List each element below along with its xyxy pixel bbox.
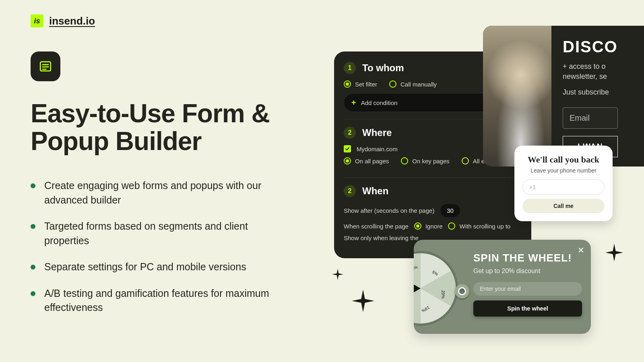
radio-set-filter[interactable]: Set filter <box>344 80 377 88</box>
radio-label: On key pages <box>412 158 450 165</box>
radio-scroll-with[interactable]: With scrolling up to <box>448 222 510 230</box>
add-condition-label: Add condition <box>361 99 398 106</box>
builder-section-when: 2 When Show after (seconds on the page) … <box>344 185 522 241</box>
form-icon-tile <box>31 51 60 81</box>
bullet-text: Targeted forms based on segments and cli… <box>44 219 288 248</box>
bullet-dot-icon <box>31 265 35 269</box>
wheel-knob-icon <box>455 284 469 298</box>
bullet-dot-icon <box>31 291 35 296</box>
callback-submit-button[interactable]: Call me <box>522 199 605 213</box>
feature-bullets: Create engaging web forms and popups wit… <box>31 179 288 315</box>
radio-on-icon <box>344 80 351 88</box>
sparkle-icon <box>332 269 343 280</box>
spin-submit-button[interactable]: Spin the wheel <box>473 300 582 317</box>
radio-label: Call manually <box>400 81 437 88</box>
leave-label: Show only when leaving the <box>344 234 419 241</box>
callback-title: We'll call you back <box>522 154 605 165</box>
domain-checkbox[interactable] <box>344 145 351 152</box>
show-after-input[interactable]: 30 <box>440 204 460 218</box>
scroll-label: When scrolling the page <box>344 223 409 230</box>
plus-icon: + <box>351 99 356 107</box>
bullet-item: Create engaging web forms and popups wit… <box>31 179 288 207</box>
bullet-item: A/B testing and gamification features fo… <box>31 286 288 315</box>
radio-label: Set filter <box>355 81 377 88</box>
radio-on-icon <box>344 157 351 165</box>
section-number: 2 <box>344 185 356 197</box>
bullet-text: A/B testing and gamification features fo… <box>44 286 288 315</box>
section-number: 1 <box>344 62 356 74</box>
discount-sub: + access to o newsletter, se <box>563 62 618 82</box>
callback-phone-input[interactable]: +1 <box>522 179 605 195</box>
callback-popup-preview: We'll call you back Leave your phone num… <box>514 146 613 221</box>
spin-wheel-popup-preview: ✕ 5% 20% 10% 5% Nope 2% SPIN THE WHEEL! … <box>414 240 591 334</box>
radio-all-pages[interactable]: On all pages <box>344 157 389 165</box>
wheel-segment-label: 20% <box>441 290 445 299</box>
section-number: 2 <box>344 127 356 139</box>
sparkle-icon <box>352 290 374 312</box>
radio-label: With scrolling up to <box>459 223 510 230</box>
radio-label: Ignore <box>425 223 443 230</box>
sparkle-icon <box>605 244 623 261</box>
domain-label: Mydomain.com <box>357 146 398 152</box>
bullet-text: Separate settings for PC and mobile vers… <box>44 260 246 274</box>
radio-off-icon <box>462 157 469 165</box>
page-headline: Easy-to-Use Form & Popup Builder <box>31 100 288 155</box>
brand-logo: is <box>31 14 43 27</box>
discount-title: DISCO <box>563 38 618 56</box>
radio-label: On all pages <box>355 158 389 165</box>
callback-subtitle: Leave your phone number <box>522 167 605 174</box>
check-icon <box>345 146 350 151</box>
section-title: To whom <box>362 62 404 74</box>
bullet-item: Separate settings for PC and mobile vers… <box>31 260 288 274</box>
spin-title: SPIN THE WHEEL! <box>473 252 582 264</box>
radio-off-icon <box>448 222 455 230</box>
radio-on-icon <box>414 222 421 230</box>
radio-scroll-ignore[interactable]: Ignore <box>414 222 443 230</box>
form-icon <box>39 60 52 73</box>
brand-name[interactable]: insend.io <box>49 15 95 27</box>
bullet-dot-icon <box>31 224 35 229</box>
section-title: Where <box>362 127 392 138</box>
radio-call-manually[interactable]: Call manually <box>389 80 437 88</box>
spin-subtitle: Get up to 20% discount <box>473 267 582 275</box>
bullet-item: Targeted forms based on segments and cli… <box>31 219 288 248</box>
bullet-text: Create engaging web forms and popups wit… <box>44 179 288 207</box>
discount-cta-text: Just subscribe <box>563 87 618 97</box>
spin-wheel-icon: 5% 20% 10% 5% Nope 2% <box>414 250 459 327</box>
brand[interactable]: is insend.io <box>31 14 95 27</box>
discount-email-input[interactable]: Email <box>563 107 618 129</box>
show-after-label: Show after (seconds on the page) <box>344 207 434 214</box>
radio-key-pages[interactable]: On key pages <box>401 157 450 165</box>
bullet-dot-icon <box>31 183 35 188</box>
spin-email-input[interactable]: Enter your email <box>473 282 582 296</box>
radio-off-icon <box>401 157 408 165</box>
section-title: When <box>362 185 388 197</box>
radio-off-icon <box>389 80 396 88</box>
